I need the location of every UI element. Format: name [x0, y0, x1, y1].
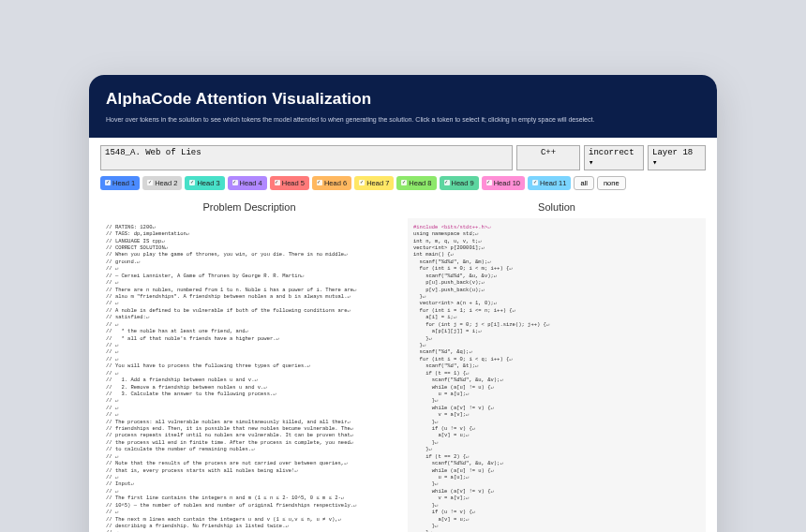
head-toggle-10[interactable]: Head 10 [482, 176, 525, 190]
head-toggle-4[interactable]: Head 4 [228, 176, 267, 190]
app-subtitle: Hover over tokens in the solution to see… [106, 115, 700, 125]
solution-column-title: Solution [408, 201, 706, 213]
verdict-select[interactable]: incorrect ▾ [584, 145, 644, 170]
head-toggle-8[interactable]: Head 8 [396, 176, 436, 190]
selector-row: 1548_A. Web of Lies C++ incorrect ▾ Laye… [100, 145, 706, 170]
checkbox-icon [189, 180, 195, 185]
checkbox-icon [444, 180, 450, 185]
layer-select[interactable]: Layer 18 ▾ [648, 145, 706, 170]
checkbox-icon [275, 180, 280, 185]
include-directive: #include <bits/stdc++.h>↵ [413, 224, 491, 230]
head-label: Head 8 [409, 179, 431, 187]
head-label: Head 3 [197, 179, 219, 187]
language-select[interactable]: C++ [516, 145, 580, 170]
head-toggle-2[interactable]: Head 2 [142, 176, 182, 190]
head-toggle-7[interactable]: Head 7 [354, 176, 394, 190]
all-button[interactable]: all [574, 176, 594, 190]
solution-column: Solution #include <bits/stdc++.h>↵ using… [408, 201, 706, 532]
head-label: Head 11 [540, 179, 566, 187]
toolbar: 1548_A. Web of Lies C++ incorrect ▾ Laye… [89, 138, 717, 196]
problem-column-title: Problem Description [100, 201, 398, 213]
checkbox-icon [486, 180, 492, 185]
head-label: Head 2 [155, 179, 177, 187]
head-label: Head 4 [240, 179, 262, 187]
head-toggle-9[interactable]: Head 9 [440, 176, 479, 190]
content-columns: Problem Description // RATING: 1200↵ // … [89, 196, 717, 532]
problem-column: Problem Description // RATING: 1200↵ // … [100, 201, 398, 532]
head-label: Head 9 [452, 179, 474, 187]
checkbox-icon [147, 180, 153, 185]
head-toggle-1[interactable]: Head 1 [100, 176, 140, 190]
head-toggle-11[interactable]: Head 11 [528, 176, 571, 190]
head-label: Head 6 [324, 179, 347, 187]
head-toggle-5[interactable]: Head 5 [270, 176, 309, 190]
checkbox-icon [232, 180, 238, 185]
head-toggle-6[interactable]: Head 6 [312, 176, 351, 190]
app-header: AlphaCode Attention Visualization Hover … [89, 75, 717, 138]
head-label: Head 10 [494, 179, 520, 187]
problem-select[interactable]: 1548_A. Web of Lies [100, 145, 513, 170]
head-toggle-3[interactable]: Head 3 [185, 176, 224, 190]
none-button[interactable]: none [597, 176, 626, 190]
solution-code[interactable]: #include <bits/stdc++.h>↵ using namespac… [408, 218, 706, 532]
head-label: Head 7 [366, 179, 389, 187]
app-window: AlphaCode Attention Visualization Hover … [89, 75, 717, 532]
head-label: Head 5 [282, 179, 305, 187]
head-label: Head 1 [112, 179, 135, 187]
checkbox-icon [105, 180, 111, 185]
problem-code[interactable]: // RATING: 1200↵ // TAGS: dp,implementat… [100, 218, 398, 532]
app-title: AlphaCode Attention Visualization [106, 90, 700, 109]
solution-body: using namespace std;↵ int n, m, q, u, v,… [413, 230, 549, 532]
checkbox-icon [532, 180, 538, 185]
heads-row: Head 1Head 2Head 3Head 4Head 5Head 6Head… [100, 176, 706, 190]
checkbox-icon [359, 180, 365, 185]
checkbox-icon [317, 180, 322, 185]
checkbox-icon [401, 180, 407, 185]
